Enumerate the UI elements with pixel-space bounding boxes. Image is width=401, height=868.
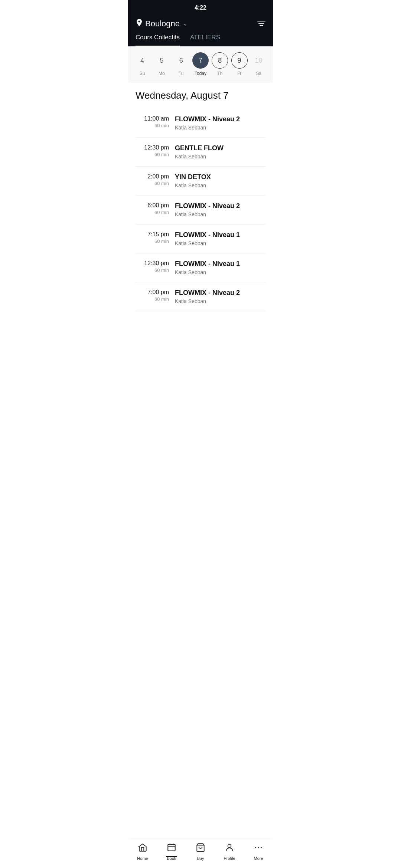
class-name-3: FLOWMIX - Niveau 2 xyxy=(175,202,265,210)
class-time-5: 12:30 pm xyxy=(136,260,169,267)
class-duration-6: 60 min xyxy=(136,296,169,302)
date-number-6: 10 xyxy=(251,52,267,69)
class-time-block-6: 7:00 pm 60 min xyxy=(136,289,169,302)
class-item-1[interactable]: 12:30 pm 60 min GENTLE FLOW Katia Sebban xyxy=(136,138,265,167)
date-item-0[interactable]: 4 Su xyxy=(134,52,150,76)
class-info-6: FLOWMIX - Niveau 2 Katia Sebban xyxy=(175,289,265,304)
date-label-3: Today xyxy=(195,71,206,76)
location-name: Boulogne xyxy=(145,19,180,29)
date-label-1: Mo xyxy=(159,71,165,76)
filter-line-2 xyxy=(258,23,264,24)
tab-bar: Cours Collectifs ATELIERS xyxy=(128,29,273,46)
class-item-5[interactable]: 12:30 pm 60 min FLOWMIX - Niveau 1 Katia… xyxy=(136,253,265,282)
filter-button[interactable] xyxy=(257,22,265,26)
class-info-0: FLOWMIX - Niveau 2 Katia Sebban xyxy=(175,115,265,131)
date-number-2: 6 xyxy=(173,52,189,69)
date-label-6: Sa xyxy=(256,71,261,76)
location-selector[interactable]: Boulogne ⌄ xyxy=(136,19,188,29)
class-duration-4: 60 min xyxy=(136,239,169,244)
class-info-1: GENTLE FLOW Katia Sebban xyxy=(175,144,265,160)
class-item-2[interactable]: 2:00 pm 60 min YIN DETOX Katia Sebban xyxy=(136,167,265,195)
class-duration-3: 60 min xyxy=(136,210,169,215)
class-time-1: 12:30 pm xyxy=(136,144,169,151)
class-info-2: YIN DETOX Katia Sebban xyxy=(175,173,265,188)
class-time-block-1: 12:30 pm 60 min xyxy=(136,144,169,157)
class-info-5: FLOWMIX - Niveau 1 Katia Sebban xyxy=(175,260,265,275)
class-time-2: 2:00 pm xyxy=(136,173,169,180)
class-time-block-0: 11:00 am 60 min xyxy=(136,115,169,128)
date-item-2[interactable]: 6 Tu xyxy=(173,52,189,76)
class-instructor-5: Katia Sebban xyxy=(175,269,265,275)
class-item-6[interactable]: 7:00 pm 60 min FLOWMIX - Niveau 2 Katia … xyxy=(136,282,265,311)
class-duration-0: 60 min xyxy=(136,123,169,128)
class-duration-2: 60 min xyxy=(136,181,169,186)
status-bar: 4:22 xyxy=(128,0,273,14)
class-instructor-4: Katia Sebban xyxy=(175,240,265,246)
class-instructor-3: Katia Sebban xyxy=(175,211,265,217)
header: Boulogne ⌄ xyxy=(128,14,273,29)
status-time: 4:22 xyxy=(195,4,206,11)
class-name-6: FLOWMIX - Niveau 2 xyxy=(175,289,265,297)
class-duration-1: 60 min xyxy=(136,152,169,157)
filter-line-1 xyxy=(257,22,265,22)
chevron-down-icon: ⌄ xyxy=(183,20,188,27)
class-name-5: FLOWMIX - Niveau 1 xyxy=(175,260,265,268)
date-item-1[interactable]: 5 Mo xyxy=(153,52,170,76)
tab-ateliers[interactable]: ATELIERS xyxy=(190,34,220,46)
class-name-2: YIN DETOX xyxy=(175,173,265,181)
class-time-block-5: 12:30 pm 60 min xyxy=(136,260,169,273)
tab-cours-collectifs[interactable]: Cours Collectifs xyxy=(136,34,180,46)
date-item-5[interactable]: 9 Fr xyxy=(231,52,248,76)
class-list: 11:00 am 60 min FLOWMIX - Niveau 2 Katia… xyxy=(136,109,265,311)
location-pin-icon xyxy=(136,19,143,29)
class-info-4: FLOWMIX - Niveau 1 Katia Sebban xyxy=(175,231,265,246)
date-label-5: Fr xyxy=(237,71,241,76)
date-item-6[interactable]: 10 Sa xyxy=(251,52,267,76)
date-number-3: 7 xyxy=(192,52,209,69)
date-label-2: Tu xyxy=(179,71,184,76)
class-duration-5: 60 min xyxy=(136,267,169,273)
class-info-3: FLOWMIX - Niveau 2 Katia Sebban xyxy=(175,202,265,217)
date-number-4: 8 xyxy=(212,52,228,69)
date-number-5: 9 xyxy=(231,52,248,69)
class-name-0: FLOWMIX - Niveau 2 xyxy=(175,115,265,123)
class-time-0: 11:00 am xyxy=(136,115,169,122)
class-item-0[interactable]: 11:00 am 60 min FLOWMIX - Niveau 2 Katia… xyxy=(136,109,265,138)
date-item-3[interactable]: 7 Today xyxy=(192,52,209,76)
class-time-6: 7:00 pm xyxy=(136,289,169,296)
class-item-4[interactable]: 7:15 pm 60 min FLOWMIX - Niveau 1 Katia … xyxy=(136,224,265,253)
date-item-4[interactable]: 8 Th xyxy=(212,52,228,76)
class-time-block-2: 2:00 pm 60 min xyxy=(136,173,169,186)
date-label-0: Su xyxy=(140,71,145,76)
class-name-1: GENTLE FLOW xyxy=(175,144,265,152)
date-label-4: Th xyxy=(217,71,222,76)
filter-line-3 xyxy=(260,25,263,26)
class-name-4: FLOWMIX - Niveau 1 xyxy=(175,231,265,239)
class-time-block-3: 6:00 pm 60 min xyxy=(136,202,169,215)
class-time-block-4: 7:15 pm 60 min xyxy=(136,231,169,244)
class-instructor-6: Katia Sebban xyxy=(175,298,265,304)
date-number-0: 4 xyxy=(134,52,150,69)
class-item-3[interactable]: 6:00 pm 60 min FLOWMIX - Niveau 2 Katia … xyxy=(136,195,265,224)
class-instructor-0: Katia Sebban xyxy=(175,125,265,131)
date-heading: Wednesday, August 7 xyxy=(136,90,265,101)
class-time-3: 6:00 pm xyxy=(136,202,169,209)
date-picker: 4 Su 5 Mo 6 Tu 7 Today 8 Th 9 Fr 10 Sa xyxy=(128,46,273,82)
class-instructor-1: Katia Sebban xyxy=(175,154,265,160)
class-time-4: 7:15 pm xyxy=(136,231,169,238)
class-instructor-2: Katia Sebban xyxy=(175,183,265,188)
content-area: Wednesday, August 7 11:00 am 60 min FLOW… xyxy=(128,82,273,348)
date-number-1: 5 xyxy=(153,52,170,69)
